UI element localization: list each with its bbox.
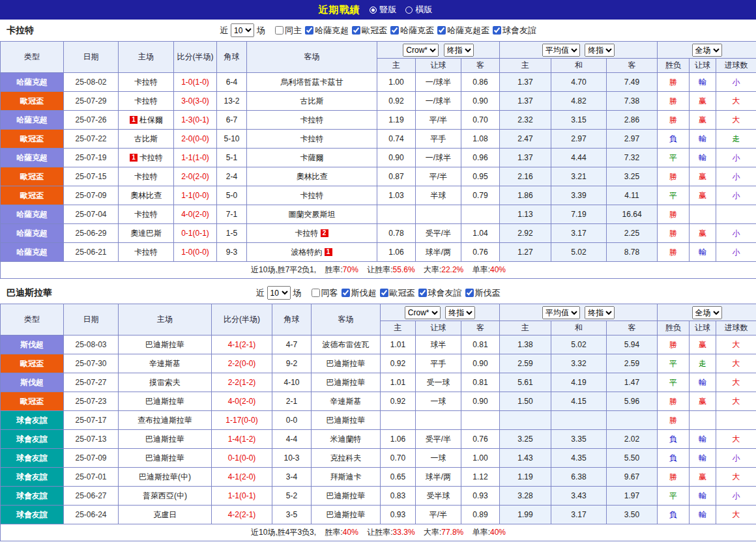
league-checkbox[interactable]: 歐冠盃 (351, 25, 387, 36)
league-checkbox[interactable]: 斯伐超 (341, 287, 377, 299)
odds-handicap: 平手 (416, 130, 461, 149)
final-odds-select[interactable]: 终指 (444, 44, 474, 57)
team-name-text: 巴迪斯拉華 (326, 491, 366, 500)
league-checkbox[interactable]: 哈薩克超 (304, 25, 349, 36)
match-date: 25-07-22 (64, 130, 119, 149)
corner-score: 5-10 (217, 130, 247, 149)
team-name-text: 巴迪斯拉華 (145, 340, 185, 349)
avg-home: 1.19 (500, 468, 551, 487)
odds-away (461, 205, 500, 224)
average-select[interactable]: 平均值 (542, 44, 580, 57)
column-header-home: 主场 (119, 304, 212, 335)
scope-header: 全场 (658, 304, 756, 321)
final-odds-select[interactable]: 终指 (445, 306, 475, 319)
odds-away: 1.08 (461, 130, 500, 149)
odds-handicap: 半球 (416, 186, 461, 205)
near-count-select[interactable]: 10 (267, 286, 291, 300)
odds-home (381, 411, 416, 430)
avg-draw: 4.82 (551, 92, 607, 111)
team-name: 巴迪斯拉華 (7, 287, 52, 299)
average-select[interactable]: 平均值 (542, 306, 580, 319)
odds-away: 0.90 (461, 354, 500, 373)
horizontal-layout-label: 橫版 (416, 4, 433, 16)
league-checkbox[interactable]: 歐冠盃 (379, 287, 415, 299)
result-handicap: 輸 (690, 430, 716, 449)
avg-draw: 4.44 (551, 149, 607, 167)
result-goals: 大 (716, 92, 756, 111)
team-name-text: 米迪蘭特 (330, 435, 362, 444)
home-team: 奧林比查 (119, 186, 174, 205)
same-away-checkbox[interactable]: 同客 (311, 287, 338, 299)
odds-source-select[interactable]: Crow* (403, 44, 439, 57)
result-wdl: 勝 (658, 392, 690, 411)
result-handicap: 赢 (690, 468, 716, 487)
avg-home: 1.50 (500, 392, 551, 411)
avg-draw: 2.97 (551, 130, 607, 149)
summary-stat: 大率:22.2% (424, 265, 463, 274)
same-home-checkbox[interactable]: 同主 (274, 25, 302, 36)
corner-score: 10-3 (272, 449, 312, 468)
league-checkbox[interactable]: 球會友誼 (418, 287, 462, 299)
near-label: 近 (220, 25, 228, 36)
team-name-text: 卡拉特 (300, 115, 325, 124)
result-handicap (690, 205, 716, 224)
home-team: 巴迪斯拉華 (119, 392, 212, 411)
column-header-away: 客场 (312, 304, 381, 335)
match-date: 25-07-09 (64, 186, 119, 205)
result-wdl: 負 (658, 430, 690, 449)
team-name-text: 卡拉特 (139, 153, 164, 162)
summary-stat: 单率:40% (472, 265, 506, 274)
team-name-text: 杜保爾 (139, 115, 164, 124)
sub-header-home-odds: 主 (381, 321, 416, 335)
scope-select[interactable]: 全场 (692, 306, 722, 319)
result-wdl: 勝 (658, 411, 690, 430)
odds-source-select[interactable]: Crow* (405, 306, 441, 319)
team-name-text: 巴迪斯拉華 (326, 378, 366, 387)
horizontal-layout-radio[interactable] (405, 7, 413, 14)
league-badge: 哈薩克超 (1, 111, 64, 130)
vertical-layout-radio[interactable] (370, 7, 377, 14)
league-checkbox[interactable]: 哈薩克超盃 (437, 25, 489, 36)
league-checkbox[interactable]: 球會友誼 (492, 25, 536, 36)
away-team: 辛連斯基 (312, 392, 381, 411)
corner-score: 3-4 (272, 468, 312, 487)
scope-select[interactable]: 全场 (692, 44, 722, 57)
team-name-text: 奧林比查 (130, 191, 162, 200)
matches-label: 场 (293, 287, 302, 299)
avg-draw: 4.19 (551, 373, 607, 392)
corner-score: 2-1 (272, 392, 312, 411)
vertical-layout-label: 豎版 (380, 4, 397, 16)
league-badge: 球會友誼 (1, 506, 64, 524)
avg-home: 2.47 (500, 130, 551, 149)
odds-handicap (416, 411, 461, 430)
avg-home: 1.37 (500, 149, 551, 167)
team-name-text: 卡拉特 (134, 78, 158, 87)
odds-away: 1.00 (461, 449, 500, 468)
column-header-type: 类型 (1, 42, 64, 73)
corner-score: 0-0 (272, 411, 312, 430)
sub-header-wdl: 胜负 (658, 321, 690, 335)
avg-draw: 3.17 (551, 224, 607, 243)
result-goals: 大 (716, 392, 756, 411)
league-checkbox[interactable]: 斯伐盃 (465, 287, 501, 299)
odds-home: 1.06 (381, 430, 416, 449)
match-date: 25-07-30 (64, 354, 119, 373)
corner-score: 7-1 (217, 205, 247, 224)
team-name-text: 奧達巴斯 (130, 229, 162, 238)
recent-results-bar: 近期戰績 豎版 橫版 (0, 0, 756, 20)
odds-away: 0.93 (461, 487, 500, 506)
team-name-text: 卡拉特 (300, 191, 325, 200)
summary-stat: 大率:77.8% (424, 528, 463, 537)
avg-away: 16.64 (607, 205, 658, 224)
league-checkbox[interactable]: 哈薩克盃 (390, 25, 434, 36)
team-name-text: 烏利塔哲茲卡茲甘 (280, 78, 344, 87)
sub-header-handicap: 让球 (416, 321, 461, 335)
near-count-select[interactable]: 10 (231, 23, 254, 37)
home-team: 卡拉特 (119, 205, 174, 224)
home-team: 卡拉特 (119, 167, 174, 186)
avg-away: 2.25 (607, 224, 658, 243)
final-odds-select[interactable]: 终指 (585, 306, 615, 319)
final-odds-select[interactable]: 终指 (585, 44, 615, 57)
avg-away: 2.59 (607, 354, 658, 373)
avg-home: 1.99 (500, 506, 551, 524)
